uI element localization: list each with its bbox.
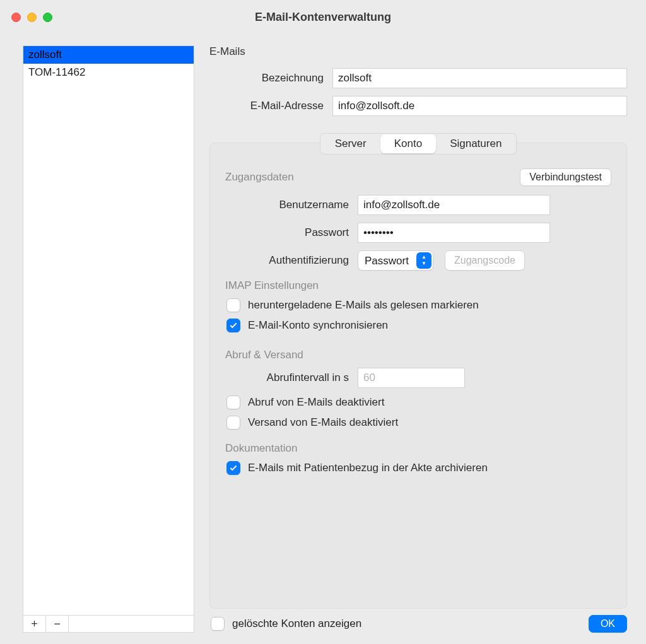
checkbox-mark-read[interactable]	[226, 298, 240, 312]
label-email-adresse: E-Mail-Adresse	[209, 100, 332, 112]
tab-konto[interactable]: Konto	[380, 134, 436, 153]
input-bezeichnung[interactable]	[332, 68, 627, 88]
input-passwort[interactable]	[358, 223, 550, 243]
label-passwort: Passwort	[225, 226, 358, 239]
checkbox-sync[interactable]	[226, 319, 240, 332]
heading-zugangsdaten: Zugangsdaten	[225, 171, 294, 184]
label-archive: E-Mails mit Patientenbezug in der Akte a…	[248, 462, 488, 474]
heading-doku: Dokumentation	[225, 442, 611, 455]
zugangscode-button[interactable]: Zugangscode	[445, 250, 525, 271]
window-titlebar: E-Mail-Kontenverwaltung	[0, 0, 646, 34]
label-mark-read: heruntergeladene E-Mails als gelesen mar…	[248, 299, 479, 312]
input-benutzername[interactable]	[358, 195, 550, 215]
ok-button[interactable]: OK	[589, 615, 627, 633]
heading-imap: IMAP Einstellungen	[225, 279, 611, 292]
add-account-button[interactable]: +	[23, 616, 46, 632]
label-disable-send: Versand von E-Mails deaktiviert	[248, 416, 398, 429]
account-list[interactable]: zollsoft TOM-11462	[23, 45, 194, 615]
label-authentifizierung: Authentifizierung	[225, 254, 358, 267]
label-disable-fetch: Abruf von E-Mails deaktiviert	[248, 396, 384, 409]
label-benutzername: Benutzername	[225, 199, 358, 211]
heading-abruf: Abruf & Versand	[225, 349, 611, 361]
select-authentifizierung[interactable]: Passwort	[358, 250, 433, 271]
tab-segment[interactable]: Server Konto Signaturen	[320, 133, 517, 155]
verbindungstest-button[interactable]: Verbindungstest	[520, 168, 611, 186]
zoom-icon[interactable]	[43, 13, 52, 22]
remove-account-button[interactable]: −	[46, 616, 69, 632]
account-sidebar: zollsoft TOM-11462 + −	[23, 45, 194, 633]
label-show-deleted: gelöschte Konten anzeigen	[232, 618, 361, 630]
input-email-adresse[interactable]	[332, 96, 627, 116]
close-icon[interactable]	[11, 13, 21, 22]
checkbox-disable-send[interactable]	[226, 416, 240, 430]
minimize-icon[interactable]	[27, 13, 37, 22]
checkbox-show-deleted[interactable]	[211, 617, 225, 631]
checkbox-disable-fetch[interactable]	[226, 395, 240, 409]
tab-server[interactable]: Server	[321, 134, 380, 153]
section-title-emails: E-Mails	[209, 45, 627, 58]
list-footer-spacer	[69, 616, 194, 632]
checkbox-archive[interactable]	[226, 461, 240, 475]
input-abrufintervall[interactable]	[358, 368, 465, 388]
label-abrufintervall: Abrufintervall in s	[225, 372, 358, 384]
label-bezeichnung: Bezeichnung	[209, 72, 332, 85]
account-row[interactable]: TOM-11462	[23, 64, 194, 81]
window-title: E-Mail-Kontenverwaltung	[0, 11, 646, 24]
account-row[interactable]: zollsoft	[23, 46, 194, 64]
tab-signaturen[interactable]: Signaturen	[436, 134, 515, 153]
label-sync: E-Mail-Konto synchronisieren	[248, 319, 388, 332]
